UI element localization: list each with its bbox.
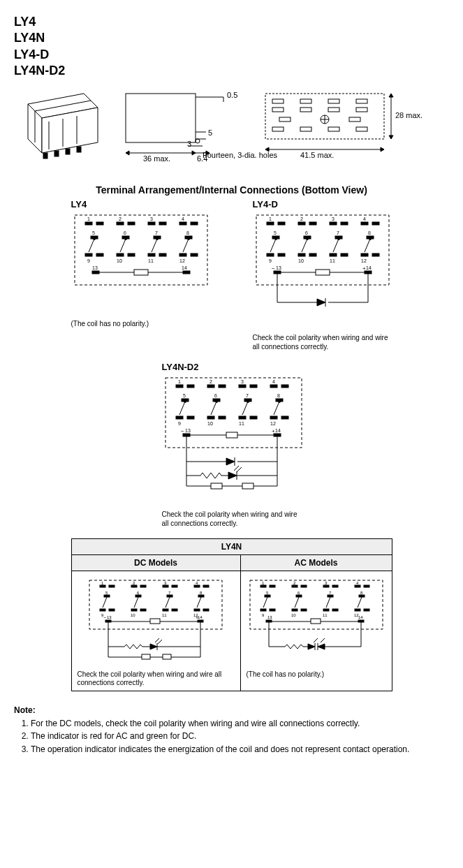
svg-text:5: 5 <box>105 591 108 595</box>
svg-rect-73 <box>134 270 148 275</box>
dim-value: 28 max. <box>395 111 422 119</box>
svg-text:−: − <box>103 615 106 620</box>
svg-text:9: 9 <box>178 421 181 426</box>
svg-rect-283 <box>270 609 275 611</box>
svg-rect-8 <box>43 153 47 159</box>
svg-rect-33 <box>356 127 367 131</box>
svg-point-46 <box>93 237 95 240</box>
svg-rect-165 <box>239 416 246 419</box>
svg-text:3: 3 <box>332 216 335 221</box>
svg-line-170 <box>274 402 279 415</box>
svg-rect-63 <box>179 222 186 225</box>
schematic-ly4: LY4 <box>71 199 211 351</box>
svg-text:9: 9 <box>269 258 272 263</box>
schematic-label: LY4 <box>71 199 211 209</box>
model-name: LY4-D <box>14 47 449 63</box>
svg-line-231 <box>166 597 170 608</box>
svg-point-108 <box>337 237 339 240</box>
svg-rect-226 <box>131 609 137 611</box>
svg-rect-42 <box>85 222 92 225</box>
svg-rect-240 <box>105 620 111 622</box>
svg-line-107 <box>333 239 339 252</box>
svg-rect-216 <box>100 585 105 587</box>
svg-line-237 <box>197 597 201 608</box>
svg-text:11: 11 <box>148 258 154 263</box>
svg-point-17 <box>196 139 200 143</box>
svg-line-66 <box>183 239 189 252</box>
svg-rect-224 <box>135 595 141 597</box>
svg-text:14: 14 <box>366 265 372 270</box>
note-item: For the DC models, check the coil polari… <box>31 718 449 730</box>
table-cell-ac: 1234 5678 9101112 1314 (The coil has no … <box>240 571 392 691</box>
svg-rect-123 <box>316 270 330 275</box>
svg-rect-35 <box>349 117 360 122</box>
svg-rect-229 <box>172 585 177 587</box>
svg-point-115 <box>369 237 371 240</box>
svg-text:2: 2 <box>300 216 303 221</box>
svg-point-101 <box>306 237 308 240</box>
svg-rect-41 <box>75 215 207 285</box>
svg-line-93 <box>270 239 276 252</box>
svg-text:4: 4 <box>363 216 366 221</box>
svg-text:8: 8 <box>186 230 189 235</box>
svg-rect-102 <box>298 253 305 256</box>
schematic-diagram: −+ 1234 5678 <box>86 577 226 668</box>
dimensional-drawings: 0.5 5 3 36 max. 6.4 <box>14 87 449 170</box>
svg-rect-160 <box>239 385 246 388</box>
svg-line-253 <box>155 638 159 642</box>
svg-text:11: 11 <box>162 613 167 617</box>
svg-rect-48 <box>96 253 103 256</box>
svg-marker-129 <box>317 299 325 306</box>
svg-rect-62 <box>159 253 166 256</box>
svg-text:5: 5 <box>266 591 269 595</box>
svg-rect-241 <box>198 620 203 622</box>
svg-rect-222 <box>131 585 137 587</box>
svg-line-149 <box>179 402 185 415</box>
svg-rect-236 <box>198 595 204 597</box>
dim-caption: Fourteen, 3-dia. holes <box>203 151 314 159</box>
svg-text:6: 6 <box>297 591 300 595</box>
svg-rect-235 <box>203 585 209 587</box>
svg-rect-297 <box>364 585 369 587</box>
svg-text:4: 4 <box>182 216 184 221</box>
svg-text:10: 10 <box>131 613 135 617</box>
svg-rect-166 <box>250 416 257 419</box>
svg-rect-90 <box>267 222 274 225</box>
svg-rect-27 <box>300 108 311 112</box>
svg-text:−: − <box>272 265 275 272</box>
svg-text:1: 1 <box>101 581 104 585</box>
svg-rect-11 <box>77 147 81 152</box>
svg-rect-69 <box>191 253 198 256</box>
notes-list: For the DC models, check the coil polari… <box>14 718 449 756</box>
svg-rect-173 <box>281 416 288 419</box>
svg-marker-251 <box>150 644 157 649</box>
svg-rect-161 <box>250 385 257 388</box>
svg-text:4: 4 <box>272 379 275 384</box>
relay-isometric-illustration <box>14 87 105 163</box>
svg-rect-296 <box>355 585 360 587</box>
schematic-label: LY4N-D2 <box>162 362 302 372</box>
svg-point-171 <box>278 400 280 402</box>
svg-point-157 <box>215 400 217 402</box>
svg-rect-289 <box>301 609 307 611</box>
svg-rect-302 <box>266 620 272 622</box>
svg-rect-227 <box>140 609 146 611</box>
svg-rect-32 <box>328 127 339 131</box>
svg-rect-24 <box>328 99 339 103</box>
svg-text:3: 3 <box>164 581 167 585</box>
svg-text:10: 10 <box>207 421 213 426</box>
svg-rect-158 <box>207 416 214 419</box>
svg-rect-239 <box>203 609 209 611</box>
svg-rect-109 <box>330 253 337 256</box>
svg-text:1: 1 <box>262 581 265 585</box>
svg-rect-286 <box>296 595 302 597</box>
table-col-header: AC Models <box>240 554 392 571</box>
svg-text:12: 12 <box>361 258 367 263</box>
svg-point-164 <box>247 400 249 402</box>
dim-value: 5 <box>208 128 212 137</box>
svg-rect-285 <box>301 585 307 587</box>
schematic-row-mid: LY4N-D2 − + <box>14 362 449 528</box>
svg-rect-25 <box>356 99 367 103</box>
svg-rect-104 <box>330 222 337 225</box>
schematic-ly4nd2: LY4N-D2 − + <box>162 362 302 528</box>
